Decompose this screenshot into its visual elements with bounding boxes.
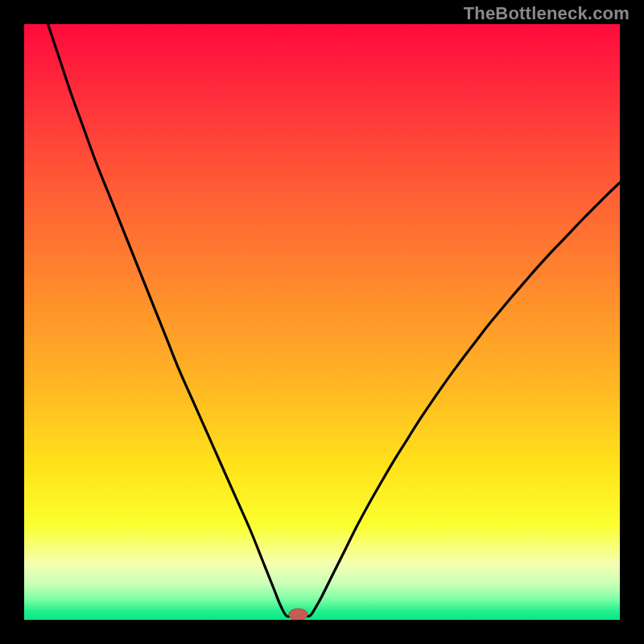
optimum-marker xyxy=(289,609,308,620)
chart-frame: TheBottleneck.com xyxy=(0,0,644,644)
plot-area xyxy=(24,24,620,620)
chart-svg xyxy=(24,24,620,620)
gradient-background xyxy=(24,24,620,620)
attribution-label: TheBottleneck.com xyxy=(464,3,630,24)
